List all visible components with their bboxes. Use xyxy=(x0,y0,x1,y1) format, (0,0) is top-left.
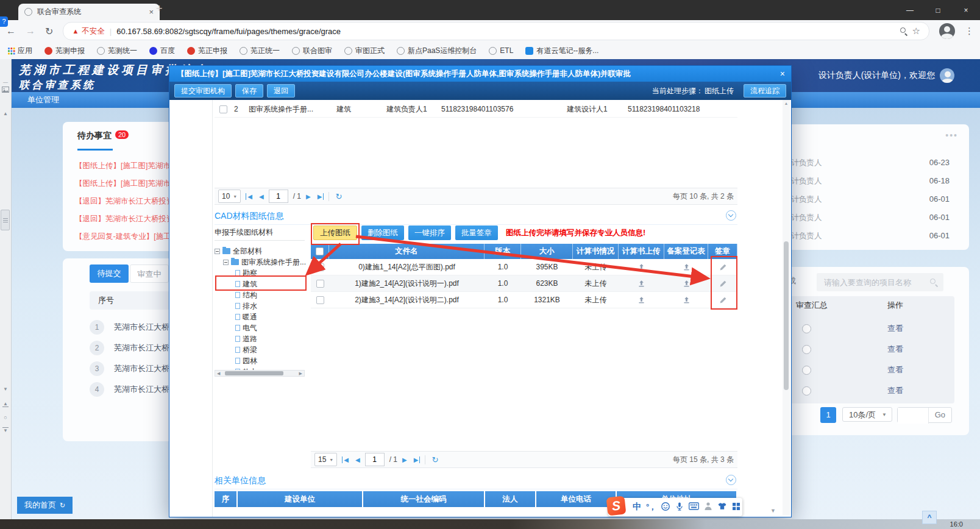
tree-leaf-label[interactable]: 结构 xyxy=(243,290,257,300)
bookmark-item[interactable]: 芜测统一 xyxy=(97,46,137,56)
browser-menu-icon[interactable]: ⋮ xyxy=(965,26,974,37)
pager-refresh-icon[interactable]: ↻ xyxy=(425,455,438,464)
tree-leaf[interactable]: 结构 xyxy=(215,289,305,300)
strip-image-icon[interactable] xyxy=(0,87,11,94)
ime-screenshot-icon[interactable] xyxy=(704,502,712,513)
submit-review-button[interactable]: 提交审图机构 xyxy=(174,84,232,98)
summary-radio-icon[interactable] xyxy=(802,324,811,333)
sign-pencil-icon[interactable] xyxy=(708,292,737,308)
modal-vertical-scrollbar[interactable]: ▲ xyxy=(783,100,790,516)
save-button[interactable]: 保存 xyxy=(235,84,263,98)
tree-leaf[interactable]: 暖通 xyxy=(215,311,305,322)
tree-horizontal-scrollbar[interactable]: ◀ ▶ xyxy=(215,370,305,377)
tree-leaf[interactable]: 园林 xyxy=(215,355,305,366)
home-tab[interactable]: 我的首页 ↻ xyxy=(17,497,73,514)
bookmark-star-icon[interactable]: ☆ xyxy=(912,26,920,37)
bookmark-item[interactable]: 芜测申报 xyxy=(44,46,85,56)
back-icon[interactable]: ← xyxy=(6,26,16,37)
scroll-up-icon[interactable]: ▲ xyxy=(783,101,790,105)
row-checkbox[interactable] xyxy=(219,105,227,113)
next-page-icon[interactable]: ▶ xyxy=(402,456,407,463)
tree-node-parent[interactable]: 图审系统操作手册... xyxy=(215,257,305,268)
bookmark-item[interactable]: 芜正申报 xyxy=(187,46,227,56)
zoom-icon[interactable] xyxy=(900,27,907,35)
project-search-box[interactable] xyxy=(817,273,943,291)
upload-drawing-button[interactable]: 上传图纸 xyxy=(313,225,357,240)
strip-page-up-icon[interactable]: ▲ xyxy=(0,401,11,407)
page-size-select[interactable]: 15 ▼ xyxy=(314,453,337,466)
more-icon[interactable]: ••• xyxy=(945,130,958,140)
page-size-select[interactable]: 10 ▼ xyxy=(218,190,241,203)
row-checkbox[interactable] xyxy=(316,263,324,271)
search-icon[interactable] xyxy=(930,279,937,286)
tree-leaf-selected[interactable]: 建筑 xyxy=(215,279,305,289)
tree-node-root[interactable]: 全部材料 xyxy=(215,246,305,257)
bookmark-item[interactable]: ETL xyxy=(489,46,513,55)
sign-pencil-icon[interactable] xyxy=(708,275,737,291)
tree-leaf-label[interactable]: 桥梁 xyxy=(243,345,257,355)
tree-leaf[interactable]: 道路 xyxy=(215,333,305,344)
return-button[interactable]: 退回 xyxy=(267,84,295,98)
summary-radio-icon[interactable] xyxy=(802,366,811,375)
tree-leaf-label[interactable]: 道路 xyxy=(243,334,257,344)
new-tab-button[interactable]: + xyxy=(156,2,163,15)
one-key-sort-button[interactable]: 一键排序 xyxy=(408,225,451,240)
tab-in-review[interactable]: 审查中 xyxy=(130,264,169,283)
file-name[interactable]: 1)建施2_14[A2](设计说明一).pdf xyxy=(329,275,485,291)
window-minimize-icon[interactable]: — xyxy=(896,6,924,15)
tree-leaf[interactable]: 电气 xyxy=(215,322,305,333)
taskbar-edge[interactable]: 16:0 xyxy=(0,519,980,529)
ime-collapse-caret-icon[interactable]: ▼ xyxy=(770,508,776,514)
strip-page-down-icon[interactable]: ▼ xyxy=(0,428,11,433)
url-text[interactable]: 60.167.58.69:8082/sgtscqy/frame/fui/page… xyxy=(116,27,895,36)
help-badge-icon[interactable]: ? xyxy=(0,16,8,27)
next-page-icon[interactable]: ▶ xyxy=(306,193,311,200)
refresh-icon[interactable]: ↻ xyxy=(45,26,53,37)
collapse-chevron-icon[interactable] xyxy=(726,210,736,221)
ime-skin-icon[interactable] xyxy=(717,502,727,513)
tree-leaf-label[interactable]: 园林 xyxy=(243,356,257,366)
bookmark-item[interactable]: 有道云笔记--服务... xyxy=(525,46,598,56)
page-number-input[interactable] xyxy=(269,190,288,203)
tree-node-label[interactable]: 全部材料 xyxy=(233,246,262,257)
taskbar-chevron-up-icon[interactable]: ^ xyxy=(922,511,937,524)
browser-tab[interactable]: 联合审查系统 × xyxy=(18,4,160,20)
tree-node-label[interactable]: 图审系统操作手册... xyxy=(241,257,306,268)
forward-icon[interactable]: → xyxy=(26,26,35,37)
strip-scroll-down-icon[interactable]: ▼ xyxy=(0,386,11,392)
sign-pencil-icon[interactable] xyxy=(708,259,737,275)
collapse-chevron-icon[interactable] xyxy=(726,475,736,485)
first-page-icon[interactable]: ◀ xyxy=(246,193,252,200)
modal-close-icon[interactable]: × xyxy=(780,66,785,82)
prev-page-icon[interactable]: ◀ xyxy=(355,456,360,463)
pager-refresh-icon[interactable]: ↻ xyxy=(328,192,342,201)
bookmark-item[interactable]: 联合图审 xyxy=(292,46,332,56)
tree-collapse-icon[interactable] xyxy=(223,260,229,265)
security-warning[interactable]: ▲ 不安全 xyxy=(72,26,104,37)
view-link[interactable]: 查看 xyxy=(887,344,903,355)
calc-upload-icon[interactable] xyxy=(619,275,664,291)
process-trace-button[interactable]: 流程追踪 xyxy=(744,84,786,98)
view-link[interactable]: 查看 xyxy=(887,385,903,396)
scroll-left-icon[interactable]: ◀ xyxy=(217,371,220,377)
view-link[interactable]: 查看 xyxy=(887,323,903,334)
record-upload-icon[interactable] xyxy=(664,292,708,308)
row-checkbox[interactable] xyxy=(316,280,324,288)
strip-record-icon[interactable]: ○ xyxy=(0,414,11,421)
prev-page-icon[interactable]: ◀ xyxy=(259,193,264,200)
first-page-icon[interactable]: ◀ xyxy=(342,456,349,463)
home-refresh-icon[interactable]: ↻ xyxy=(60,497,65,514)
ime-punctuation-icon[interactable]: °， xyxy=(646,502,656,513)
last-page-icon[interactable]: ▶ xyxy=(318,193,324,200)
tab-close-icon[interactable]: × xyxy=(149,7,154,16)
scrollbar-thumb[interactable] xyxy=(225,371,283,375)
calc-upload-icon[interactable] xyxy=(619,292,664,308)
tree-collapse-icon[interactable] xyxy=(215,249,220,254)
scroll-right-icon[interactable]: ▶ xyxy=(299,371,302,377)
file-name[interactable]: 0)建施1_14[A2](总平面图).pdf xyxy=(329,259,485,275)
tree-leaf-label[interactable]: 建筑 xyxy=(243,279,257,289)
row-checkbox[interactable] xyxy=(316,296,324,304)
current-page-button[interactable]: 1 xyxy=(820,407,836,423)
tree-leaf-label[interactable]: 电气 xyxy=(243,323,257,333)
record-upload-icon[interactable] xyxy=(664,259,708,275)
